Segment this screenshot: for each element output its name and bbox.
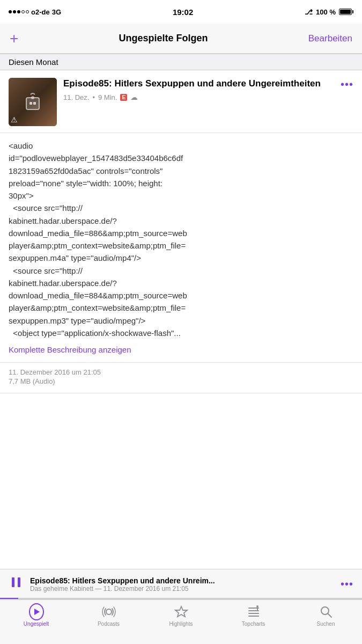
episode-more-button[interactable]: ••• (341, 78, 353, 90)
podcasts-svg (101, 604, 116, 619)
thumb-inner: ⚠ (9, 78, 57, 126)
cloud-icon: ☁ (130, 93, 138, 101)
signal-dot-3 (17, 10, 20, 13)
tab-ungespielt[interactable]: Ungespielt (0, 604, 72, 627)
now-playing-info: Episode85: Hitlers Sexpuppen und andere … (30, 576, 334, 592)
episode-header: Episode85: Hitlers Sexpuppen und andere … (63, 78, 353, 90)
topcharts-svg (246, 604, 261, 619)
nav-bar: + Ungespielte Folgen Bearbeiten (0, 24, 362, 54)
description-text: <audio id="podlovewebplayer_1547483d5e33… (9, 141, 187, 338)
episode-date: 11. Dez. (63, 93, 89, 101)
tab-podcasts-label: Podcasts (98, 621, 120, 627)
tab-podcasts[interactable]: Podcasts (72, 604, 145, 627)
tab-topcharts-label: Topcharts (242, 621, 265, 627)
svg-rect-2 (33, 102, 36, 105)
episode-footer: 11. Dezember 2016 um 21:05 7,7 MB (Audio… (0, 363, 362, 393)
tab-ungespielt-label: Ungespielt (24, 621, 49, 627)
now-playing-progress (0, 598, 362, 599)
signal-dot-5 (26, 10, 29, 13)
svg-rect-5 (18, 577, 20, 587)
tab-highlights-label: Highlights (169, 621, 193, 627)
svg-point-13 (256, 605, 258, 608)
show-description-link[interactable]: Komplette Beschreibung anzeigen (9, 343, 353, 356)
explicit-badge: E (120, 94, 127, 101)
play-circle (29, 603, 44, 620)
episode-title: Episode85: Hitlers Sexpuppen und andere … (63, 78, 336, 90)
signal-dots (9, 10, 29, 13)
battery-icon (339, 9, 353, 15)
topcharts-icon (246, 604, 261, 619)
svg-rect-0 (26, 98, 39, 109)
battery-percent: 100 % (316, 8, 336, 16)
suchen-icon (319, 604, 334, 619)
edit-button[interactable]: Bearbeiten (308, 33, 352, 44)
highlights-icon (174, 604, 189, 619)
battery-tip (352, 10, 353, 13)
battery-body (339, 9, 352, 15)
carrier-label: o2-de (31, 8, 50, 16)
tab-suchen-label: Suchen (317, 621, 335, 627)
svg-rect-11 (248, 616, 259, 617)
signal-dot-1 (9, 10, 12, 13)
signal-dot-4 (21, 10, 25, 13)
bluetooth-icon: ⎇ (305, 8, 313, 16)
pause-icon (9, 575, 24, 590)
podcast-logo-svg (22, 89, 43, 115)
episode-full-date: 11. Dezember 2016 um 21:05 (9, 368, 353, 376)
ungespielt-icon (29, 604, 44, 619)
svg-line-15 (328, 614, 331, 618)
nav-title: Ungespielte Folgen (119, 33, 208, 44)
svg-rect-4 (12, 577, 14, 587)
tab-highlights[interactable]: Highlights (145, 604, 217, 627)
episode-meta: 11. Dez. • 9 Min. E ☁ (63, 93, 353, 101)
episode-card: ⚠ Episode85: Hitlers Sexpuppen und ander… (0, 70, 362, 133)
episode-duration: 9 Min. (98, 93, 117, 101)
now-playing-pause-button[interactable] (9, 575, 24, 594)
meta-separator: • (92, 93, 95, 101)
status-time: 19:02 (173, 8, 193, 17)
section-header: Diesen Monat (0, 54, 362, 70)
search-svg (319, 604, 334, 619)
now-playing-subtitle: Das geheime Kabinett — 11. Dezember 2016… (30, 585, 334, 592)
episode-file-size: 7,7 MB (Audio) (9, 377, 353, 385)
svg-point-6 (106, 609, 112, 614)
add-button[interactable]: + (10, 31, 18, 46)
tab-topcharts[interactable]: Topcharts (217, 604, 290, 627)
now-playing-progress-fill (0, 598, 18, 599)
now-playing-bar: Episode85: Hitlers Sexpuppen und andere … (0, 569, 362, 599)
episode-thumbnail: ⚠ (9, 78, 57, 126)
svg-point-3 (31, 96, 34, 99)
tab-suchen[interactable]: Suchen (290, 604, 362, 627)
highlights-svg (174, 604, 189, 619)
episode-description: <audio id="podlovewebplayer_1547483d5e33… (0, 133, 362, 363)
network-label: 3G (52, 8, 61, 16)
signal-dot-2 (13, 10, 16, 13)
warning-icon: ⚠ (11, 115, 18, 124)
podcasts-icon (101, 604, 116, 619)
svg-rect-1 (29, 102, 32, 105)
battery-fill (340, 10, 351, 14)
svg-rect-10 (248, 613, 259, 614)
now-playing-title: Episode85: Hitlers Sexpuppen und andere … (30, 576, 334, 585)
now-playing-more-button[interactable]: ••• (341, 578, 353, 590)
status-bar: o2-de 3G 19:02 ⎇ 100 % (0, 0, 362, 24)
episode-info: Episode85: Hitlers Sexpuppen und andere … (63, 78, 353, 101)
tab-bar: Ungespielt Podcasts Highlights (0, 599, 362, 644)
svg-marker-7 (175, 606, 187, 617)
status-left: o2-de 3G (9, 8, 61, 16)
status-right: ⎇ 100 % (305, 8, 353, 16)
play-triangle (34, 609, 40, 615)
